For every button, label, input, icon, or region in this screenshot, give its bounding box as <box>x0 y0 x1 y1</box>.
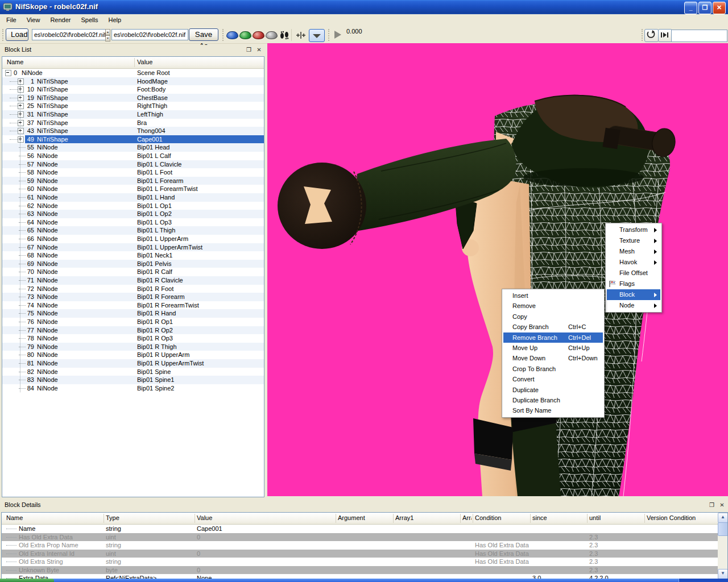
menu-item-texture[interactable]: Texture <box>607 235 660 246</box>
start-button[interactable] <box>0 579 54 582</box>
menu-item-duplicate-branch[interactable]: Duplicate Branch <box>503 395 603 405</box>
details-scrollbar[interactable]: ▲ ▼ <box>718 513 727 579</box>
block-list-header[interactable]: Name Value <box>2 57 264 69</box>
block-row-78[interactable]: 78NiNodeBip01 R Op3 <box>2 334 264 343</box>
column-header-value[interactable]: Value <box>137 59 152 65</box>
details-column-type[interactable]: Type <box>106 514 119 521</box>
column-resize-handle[interactable] <box>336 514 336 523</box>
close-details-icon[interactable]: ✕ <box>718 501 726 510</box>
menu-item-duplicate[interactable]: Duplicate <box>503 385 603 395</box>
load-button[interactable]: Load <box>6 28 28 41</box>
block-details-header[interactable]: NameTypeValueArgumentArray1ArraCondition… <box>2 513 727 525</box>
menu-item-remove-branch[interactable]: Remove BranchCtrl+Del <box>503 332 603 343</box>
menu-item-file-offset[interactable]: File Offset <box>607 268 660 278</box>
windows-taskbar[interactable] <box>0 579 728 582</box>
details-row-old-extra-string[interactable]: Old Extra StringstringHas Old Extra Data… <box>2 558 718 566</box>
view-green-eye-icon[interactable] <box>239 31 251 39</box>
block-row-62[interactable]: 62NiNodeBip01 L Op1 <box>2 202 264 210</box>
details-row-old-extra-prop-name[interactable]: Old Extra Prop NamestringHas Old Extra D… <box>2 541 718 550</box>
menu-render[interactable]: Render <box>45 14 76 27</box>
block-row-72[interactable]: 72NiNodeBip01 R Foot <box>2 285 264 293</box>
menu-item-flags[interactable]: Flags <box>607 278 660 289</box>
block-row-74[interactable]: 74NiNodeBip01 R ForearmTwist <box>2 301 264 310</box>
block-row-76[interactable]: 76NiNodeBip01 R Op1 <box>2 318 264 326</box>
close-panel-icon[interactable]: ✕ <box>255 46 263 55</box>
menu-item-node[interactable]: Node <box>607 300 660 311</box>
details-row-unknown-byte[interactable]: Unknown Bytebyte02.3 <box>2 566 718 575</box>
block-row-1[interactable]: 1NiTriShapeHoodMage <box>2 77 264 86</box>
menu-item-sort-by-name[interactable]: Sort By Name <box>503 405 603 415</box>
scroll-down-icon[interactable]: ▼ <box>718 569 728 579</box>
details-column-since[interactable]: since <box>532 514 547 521</box>
block-row-77[interactable]: 77NiNodeBip01 R Op2 <box>2 326 264 335</box>
block-row-63[interactable]: 63NiNodeBip01 L Op2 <box>2 210 264 218</box>
toolbar-grip-3[interactable] <box>328 29 331 41</box>
column-header-name[interactable]: Name <box>7 59 23 65</box>
rotate-toggle-button[interactable] <box>309 29 325 42</box>
details-column-name[interactable]: Name <box>6 514 23 521</box>
block-list-dock-titlebar[interactable]: Block List ❐ ✕ <box>0 45 265 55</box>
menu-item-insert[interactable]: Insert <box>503 290 603 301</box>
details-row-name[interactable]: NamestringCape001 <box>2 525 718 533</box>
details-row-old-extra-internal-id[interactable]: Old Extra Internal Iduint0Has Old Extra … <box>2 550 718 558</box>
column-resize-handle[interactable] <box>195 514 195 523</box>
menu-item-crop-to-branch[interactable]: Crop To Branch <box>503 364 603 374</box>
column-resize-handle[interactable] <box>460 514 461 523</box>
menu-item-block[interactable]: Block <box>607 289 660 300</box>
block-row-59[interactable]: 59NiNodeBip01 L Forearm <box>2 177 264 185</box>
menu-item-copy[interactable]: Copy <box>503 311 603 322</box>
block-row-79[interactable]: 79NiNodeBip01 R Thigh <box>2 343 264 351</box>
save-path-input[interactable]: es\robelc02\f\robelc02f.nif <box>111 29 188 40</box>
view-blue-eye-icon[interactable] <box>226 31 238 39</box>
column-resize-handle[interactable] <box>393 514 394 523</box>
scroll-thumb[interactable] <box>718 522 728 536</box>
view-red-eye-icon[interactable] <box>253 31 264 39</box>
details-row-has-old-extra-data[interactable]: Has Old Extra Datauint02.3 <box>2 533 718 542</box>
menu-file[interactable]: File <box>1 14 22 27</box>
scroll-up-icon[interactable]: ▲ <box>718 513 728 523</box>
block-row-75[interactable]: 75NiNodeBip01 R Hand <box>2 309 264 318</box>
block-row-56[interactable]: 56NiNodeBip01 L Calf <box>2 152 264 160</box>
details-column-array1[interactable]: Array1 <box>395 514 413 521</box>
title-bar[interactable]: NifSkope - robelc02f.nif _ ❐ ✕ <box>0 0 728 14</box>
center-axes-icon[interactable] <box>295 31 307 40</box>
float-details-icon[interactable]: ❐ <box>708 501 716 510</box>
block-row-58[interactable]: 58NiNodeBip01 L Foot <box>2 168 264 177</box>
render-viewport[interactable]: TransformTextureMeshHavokFile OffsetFlag… <box>267 43 728 496</box>
menu-spells[interactable]: Spells <box>76 14 103 27</box>
view-gray-eye-icon[interactable] <box>266 31 278 39</box>
details-column-until[interactable]: until <box>589 514 601 521</box>
block-row-57[interactable]: 57NiNodeBip01 L Clavicle <box>2 160 264 169</box>
block-row-49[interactable]: 49NiTriShapeCape001 <box>2 135 264 144</box>
details-column-arra[interactable]: Arra <box>462 514 471 521</box>
block-row-81[interactable]: 81NiNodeBip01 R UpperArmTwist <box>2 359 264 368</box>
menu-item-move-down[interactable]: Move DownCtrl+Down <box>503 353 603 363</box>
block-row-61[interactable]: 61NiNodeBip01 L Hand <box>2 193 264 202</box>
column-resize-handle[interactable] <box>104 514 104 523</box>
block-details-dock-titlebar[interactable]: Block Details ❐ ✕ <box>0 500 728 510</box>
block-row-19[interactable]: 19NiTriShapeChestBase <box>2 94 264 102</box>
block-row-31[interactable]: 31NiTriShapeLeftThigh <box>2 110 264 119</box>
collapse-icon[interactable] <box>5 70 11 76</box>
block-row-64[interactable]: 64NiNodeBip01 L Op3 <box>2 218 264 227</box>
block-row-82[interactable]: 82NiNodeBip01 Spine <box>2 368 264 376</box>
details-column-argument[interactable]: Argument <box>338 514 365 521</box>
menu-item-convert[interactable]: Convert <box>503 374 603 384</box>
float-panel-icon[interactable]: ❐ <box>245 46 253 55</box>
details-column-value[interactable]: Value <box>197 514 212 521</box>
play-to-end-button[interactable] <box>658 29 672 42</box>
column-resize-handle[interactable] <box>644 514 645 523</box>
menu-view[interactable]: View <box>22 14 46 27</box>
path-spinner[interactable]: ▲▼ <box>105 29 110 40</box>
play-button[interactable] <box>334 31 341 39</box>
load-path-input[interactable]: es\robelc02\f\robelc02f.nif <box>32 29 109 40</box>
menu-item-copy-branch[interactable]: Copy BranchCtrl+C <box>503 322 603 332</box>
block-row-73[interactable]: 73NiNodeBip01 R Forearm <box>2 293 264 301</box>
menu-item-havok[interactable]: Havok <box>607 257 660 268</box>
block-row-66[interactable]: 66NiNodeBip01 L UpperArm <box>2 235 264 243</box>
menu-item-remove[interactable]: Remove <box>503 301 603 311</box>
block-row-67[interactable]: 67NiNodeBip01 L UpperArmTwist <box>2 243 264 252</box>
menu-item-move-up[interactable]: Move UpCtrl+Up <box>503 343 603 353</box>
menu-help[interactable]: Help <box>103 14 126 27</box>
block-row-65[interactable]: 65NiNodeBip01 L Thigh <box>2 226 264 235</box>
